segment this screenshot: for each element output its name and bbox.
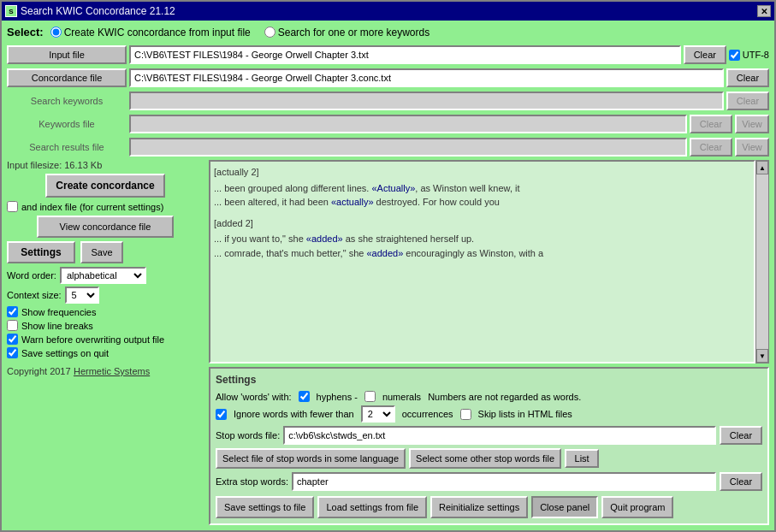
window-title: Search KWIC Concordance 21.12 [21, 5, 175, 17]
create-concordance-button[interactable]: Create concordance [45, 174, 165, 198]
save-settings-row: Save settings on quit [7, 347, 204, 358]
numbers-note: Numbers are not regarded as words. [428, 392, 581, 402]
text-scrollbar[interactable]: ▲ ▼ [755, 160, 769, 364]
keywords-file-row: Keywords file Clear View [7, 114, 769, 134]
radio-search-input[interactable] [264, 27, 275, 38]
extra-stop-row: Extra stop words: Clear [216, 472, 762, 491]
save-settings-to-file-button[interactable]: Save settings to file [216, 496, 314, 518]
search-keywords-row: Search keywords Clear [7, 91, 769, 111]
radio-search[interactable]: Search for one or more keywords [264, 27, 429, 38]
radio-create[interactable]: Create KWIC concordance from input file [50, 27, 251, 38]
show-linebreaks-row: Show line breaks [7, 320, 204, 331]
keywords-file-clear: Clear [690, 115, 732, 133]
hyphens-checkbox[interactable] [299, 391, 310, 402]
index-check-label: and index file (for current settings) [21, 202, 163, 212]
utf8-label: UTF-8 [743, 50, 769, 60]
search-results-file-view: View [735, 138, 769, 157]
line-2: ... been altered, it had been «actually»… [214, 195, 750, 210]
index-check-row: and index file (for current settings) [7, 201, 204, 212]
radio-create-input[interactable] [50, 27, 62, 38]
header-added: [added 2] [214, 216, 750, 231]
concordance-file-button[interactable]: Concordance file [7, 68, 127, 87]
input-file-row: Input file Clear UTF-8 [7, 44, 769, 65]
word-order-dropdown[interactable]: alphabetical by frequency by line number [60, 267, 146, 284]
numerals-label: numerals [382, 392, 421, 402]
numerals-checkbox[interactable] [364, 391, 376, 402]
keywords-file-view: View [735, 115, 769, 133]
radio-group: Create KWIC concordance from input file … [50, 27, 430, 38]
save-settings-checkbox[interactable] [7, 347, 18, 358]
select-other-stop-button[interactable]: Select some other stop words file [409, 448, 561, 469]
search-keywords-clear: Clear [726, 92, 769, 110]
right-panel: [actually 2] ... been grouped along diff… [209, 160, 769, 525]
concordance-file-input[interactable] [129, 68, 724, 87]
concordance-text-panel: [actually 2] ... been grouped along diff… [209, 160, 755, 364]
close-panel-button[interactable]: Close panel [531, 496, 598, 518]
radio-create-label: Create KWIC concordance from input file [64, 27, 251, 38]
input-file-input[interactable] [129, 45, 681, 64]
index-checkbox[interactable] [7, 201, 18, 212]
select-stop-lang-button[interactable]: Select file of stop words in some langua… [216, 448, 406, 469]
quit-program-button[interactable]: Quit program [601, 496, 673, 518]
show-freq-label: Show frequencies [21, 307, 96, 317]
stop-words-clear[interactable]: Clear [720, 426, 762, 445]
scrollbar-down[interactable]: ▼ [756, 349, 768, 363]
view-concordance-button[interactable]: View concordance file [37, 216, 174, 238]
ignore-checkbox[interactable] [216, 409, 227, 420]
copyright-text: Copyright 2017 [7, 366, 71, 376]
utf8-check: UTF-8 [729, 50, 769, 61]
extra-stop-label: Extra stop words: [216, 476, 288, 487]
scrollbar-track[interactable] [756, 174, 768, 349]
warn-overwrite-checkbox[interactable] [7, 334, 18, 345]
bottom-buttons: Save settings to file Load settings from… [216, 496, 762, 518]
settings-panel: Settings Allow 'words' with: hyphens - n… [209, 367, 769, 525]
extra-stop-clear[interactable]: Clear [720, 472, 762, 491]
load-settings-from-file-button[interactable]: Load settings from file [317, 496, 427, 518]
context-size-dropdown[interactable]: 3 4 5 6 [65, 287, 99, 304]
middle-area: Input filesize: 16.13 Kb Create concorda… [7, 160, 769, 525]
concordance-file-row: Concordance file Clear [7, 68, 769, 88]
concordance-file-clear[interactable]: Clear [726, 68, 769, 87]
title-bar: S Search KWIC Concordance 21.12 ✕ [2, 2, 774, 21]
search-results-file-row: Search results file Clear View [7, 137, 769, 157]
stop-words-file-label: Stop words file: [216, 430, 280, 440]
save-settings-label: Save settings on quit [21, 348, 109, 358]
show-freq-row: Show frequencies [7, 306, 204, 317]
word-order-label: Word order: [7, 270, 56, 281]
keywords-file-label: Keywords file [7, 115, 127, 133]
header-actually: [actually 2] [214, 165, 750, 180]
skip-html-checkbox[interactable] [460, 409, 471, 420]
select-row: Select: Create KWIC concordance from inp… [7, 26, 769, 38]
input-file-button[interactable]: Input file [7, 45, 127, 64]
line-1: ... been grouped along different lines. … [214, 181, 750, 196]
text-display-area: [actually 2] ... been grouped along diff… [209, 160, 769, 364]
reinitialize-settings-button[interactable]: Reinitialize settings [430, 496, 528, 518]
options-area: Word order: alphabetical by frequency by… [7, 267, 204, 358]
app-icon: S [5, 5, 17, 17]
keywords-file-input [129, 115, 687, 133]
ignore-dropdown[interactable]: 1 2 3 4 [361, 405, 395, 423]
extra-stop-input[interactable] [292, 472, 716, 491]
copyright-row: Copyright 2017 Hermetic Systems [7, 365, 204, 377]
input-file-clear[interactable]: Clear [684, 45, 726, 64]
stop-words-file-input[interactable] [283, 426, 716, 445]
select-label: Select: [7, 26, 44, 38]
settings-button[interactable]: Settings [7, 241, 75, 263]
context-size-row: Context size: 3 4 5 6 [7, 287, 204, 304]
line-3: ... if you want to," she «added» as she … [214, 232, 750, 246]
list-button[interactable]: List [565, 449, 599, 468]
settings-save-row: Settings Save [7, 241, 204, 263]
main-window: S Search KWIC Concordance 21.12 ✕ Select… [0, 0, 776, 532]
scrollbar-up[interactable]: ▲ [756, 161, 768, 174]
show-linebreaks-label: Show line breaks [21, 321, 93, 331]
allow-words-label: Allow 'words' with: [216, 392, 292, 402]
warn-overwrite-label: Warn before overwriting output file [21, 334, 164, 345]
show-linebreaks-checkbox[interactable] [7, 320, 18, 331]
copyright-link[interactable]: Hermetic Systems [74, 366, 150, 376]
ignore-label: Ignore words with fewer than [234, 409, 354, 419]
close-button[interactable]: ✕ [757, 5, 771, 17]
show-freq-checkbox[interactable] [7, 306, 18, 317]
utf8-checkbox[interactable] [729, 50, 740, 61]
search-keywords-input [129, 92, 724, 110]
save-button[interactable]: Save [80, 241, 123, 263]
